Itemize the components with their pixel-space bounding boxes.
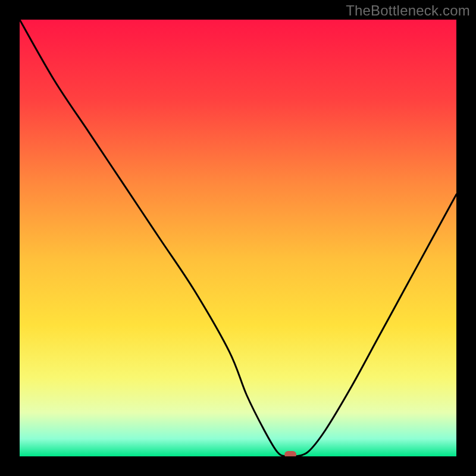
chart-frame: TheBottleneck.com [0, 0, 476, 476]
gradient-background [20, 20, 456, 456]
chart-svg [20, 20, 456, 456]
watermark-text: TheBottleneck.com [346, 2, 470, 19]
chart-plot-area [20, 20, 456, 456]
optimal-marker [284, 451, 296, 456]
